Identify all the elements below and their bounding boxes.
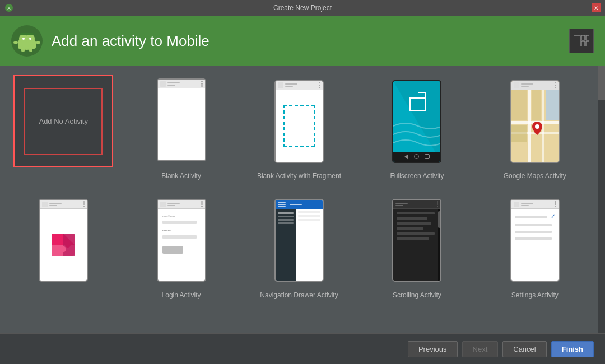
- svg-rect-19: [581, 41, 585, 46]
- template-card-no-activity[interactable]: Add No Activity: [9, 73, 118, 170]
- window-title: Create New Project: [273, 4, 332, 12]
- google-maps-thumb: [485, 75, 585, 167]
- template-card-fullscreen[interactable]: Fullscreen Activity: [362, 73, 471, 183]
- scrollbar[interactable]: [598, 66, 605, 333]
- header: Add an activity to Mobile: [0, 16, 605, 66]
- svg-rect-4: [18, 41, 36, 49]
- header-title: Add an activity to Mobile: [52, 32, 210, 50]
- template-card-settings[interactable]: ✓ S: [481, 192, 589, 302]
- svg-point-9: [22, 38, 25, 40]
- fullscreen-thumb: [367, 75, 467, 167]
- no-activity-thumb: Add No Activity: [13, 75, 113, 167]
- svg-rect-31: [546, 90, 559, 120]
- puzzle-icon-svg: [49, 231, 77, 259]
- template-card-google-play[interactable]: [9, 192, 118, 293]
- templates-scroll-area[interactable]: Add No Activity: [0, 66, 598, 333]
- app-icon: A: [4, 3, 13, 12]
- svg-rect-13: [21, 48, 25, 52]
- blank-fragment-label: Blank Activity with Fragment: [257, 172, 341, 181]
- map-svg: [511, 90, 559, 163]
- svg-rect-27: [542, 90, 544, 163]
- svg-rect-28: [511, 90, 527, 120]
- login-label: Login Activity: [162, 291, 201, 300]
- svg-rect-14: [29, 48, 32, 52]
- scrolling-thumb: [367, 194, 467, 287]
- previous-button[interactable]: Previous: [408, 341, 458, 357]
- scrollbar-thumb[interactable]: [598, 66, 605, 100]
- template-card-google-maps[interactable]: Google Maps Activity: [481, 73, 589, 183]
- footer: Previous Next Cancel Finish: [0, 333, 605, 364]
- svg-rect-20: [586, 41, 589, 46]
- template-card-blank-activity[interactable]: Blank Activity: [127, 73, 235, 183]
- blank-activity-thumb: [132, 75, 231, 167]
- fullscreen-label: Fullscreen Activity: [390, 172, 444, 181]
- template-card-login[interactable]: ●●●●@●●●● ●●●●●●● Login Activity: [127, 192, 235, 302]
- title-bar: A Create New Project ✕: [0, 0, 605, 16]
- finish-button[interactable]: Finish: [551, 341, 594, 357]
- svg-rect-17: [581, 35, 585, 40]
- svg-rect-26: [528, 90, 531, 163]
- svg-marker-21: [393, 81, 441, 163]
- template-card-scrolling[interactable]: Scrolling Activity: [362, 192, 471, 302]
- no-activity-label: Add No Activity: [39, 117, 87, 125]
- svg-point-33: [535, 124, 539, 129]
- svg-rect-18: [586, 35, 589, 40]
- svg-point-10: [29, 38, 31, 40]
- google-maps-label: Google Maps Activity: [504, 172, 566, 181]
- scrolling-label: Scrolling Activity: [393, 291, 441, 300]
- next-button[interactable]: Next: [462, 341, 499, 357]
- nav-drawer-thumb: [249, 194, 349, 287]
- template-row-2: ●●●●@●●●● ●●●●●●● Login Activity: [0, 188, 598, 309]
- grid-icon: [574, 35, 589, 46]
- fullscreen-diagonal-svg: [393, 81, 441, 163]
- header-left: Add an activity to Mobile: [11, 25, 210, 57]
- nav-drawer-label: Navigation Drawer Activity: [260, 291, 338, 300]
- blank-activity-label: Blank Activity: [161, 172, 201, 181]
- svg-rect-15: [20, 33, 34, 35]
- svg-text:A: A: [7, 6, 11, 11]
- settings-thumb: ✓: [485, 194, 585, 287]
- svg-rect-30: [511, 125, 527, 142]
- blank-fragment-thumb: [249, 75, 349, 167]
- login-thumb: ●●●●@●●●● ●●●●●●●: [132, 194, 231, 287]
- template-card-blank-fragment[interactable]: Blank Activity with Fragment: [245, 73, 353, 183]
- close-button[interactable]: ✕: [592, 3, 601, 12]
- layout-toggle-button[interactable]: [569, 29, 594, 53]
- template-card-nav-drawer[interactable]: Navigation Drawer Activity: [245, 192, 353, 302]
- svg-rect-12: [36, 41, 40, 44]
- svg-rect-29: [532, 90, 541, 120]
- settings-label: Settings Activity: [511, 291, 559, 300]
- main-content: Add No Activity: [0, 66, 605, 333]
- svg-rect-16: [574, 35, 580, 46]
- google-play-thumb: [13, 194, 113, 287]
- template-row-1: Add No Activity: [0, 66, 598, 188]
- svg-rect-11: [13, 41, 18, 44]
- android-logo: [11, 25, 43, 57]
- cancel-button[interactable]: Cancel: [502, 341, 546, 357]
